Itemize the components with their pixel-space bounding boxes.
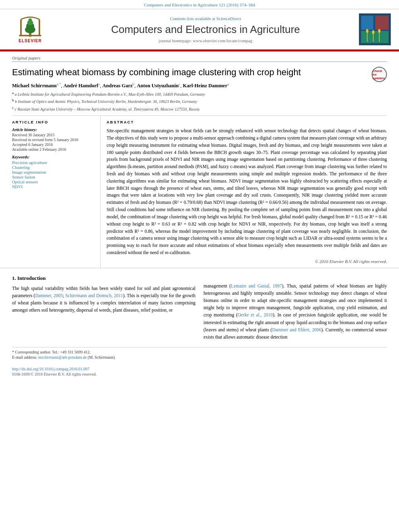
affil-c: c c Russian State Agrarian University – … — [12, 105, 387, 112]
top-bar: Computers and Electronics in Agriculture… — [0, 0, 399, 9]
email-note: E-mail address: mschirrnann@atb-potsdam.… — [12, 355, 387, 359]
authors-line: Michael Schirrmanna,*, André Hamdorfa, A… — [12, 82, 387, 89]
ref-lemaire[interactable]: Lemaire and Gastal, 1997 — [231, 283, 282, 288]
elsevier-wordmark: ELSEVIER — [19, 39, 41, 43]
email-link[interactable]: mschirrnann@atb-potsdam.de — [38, 355, 87, 359]
abstract-col: ABSTRACT Site-specific management strate… — [101, 116, 387, 268]
history-received: Received 30 January 2015 — [12, 133, 94, 137]
issn-notice: 0168-1699/© 2016 Elsevier B.V. All right… — [12, 372, 387, 376]
svg-rect-5 — [20, 19, 22, 36]
svg-rect-11 — [375, 16, 389, 30]
ref-dammer-ehlert[interactable]: Dammer and Ehlert, 2006 — [272, 327, 321, 332]
author-andreas: Andreas Garz — [102, 83, 132, 88]
history-accepted: Accepted 6 January 2016 — [12, 142, 94, 147]
svg-rect-10 — [361, 16, 373, 30]
abstract-body: Site-specific management strategies in w… — [107, 127, 387, 257]
keyword-6[interactable]: NDVI — [12, 185, 94, 189]
article-history: Article history: Received 30 January 201… — [12, 127, 94, 152]
copyright-notice: © 2016 Elsevier B.V. All rights reserved… — [107, 259, 387, 264]
corresponding-note: * Corresponding author. Tel.: +49 331 56… — [12, 350, 387, 354]
svg-point-16 — [372, 30, 374, 34]
intro-left-text: The high spatial variability within fiel… — [12, 285, 195, 314]
article-info-abstract: ARTICLE INFO Article history: Received 3… — [12, 115, 387, 268]
keyword-1[interactable]: Precision agriculture — [12, 160, 94, 165]
intro-right-text: management (Lemaire and Gastal, 1997). T… — [204, 282, 387, 341]
article-info-col: ARTICLE INFO Article history: Received 3… — [12, 116, 101, 268]
abstract-text: Site-specific management strategies in w… — [107, 127, 387, 257]
paper-section: Original papers Estimating wheat biomass… — [0, 51, 399, 268]
author-anton: Anton Ustyuzhanin — [137, 83, 179, 88]
history-revised: Received in revised form 5 January 2016 — [12, 138, 94, 142]
main-content: 1. Introduction The high spatial variabi… — [0, 268, 399, 365]
contents-label: Contents lists available at — [170, 16, 215, 21]
journal-header: ELSEVIER Contents lists available at Sci… — [0, 9, 399, 50]
section-label: Original papers — [12, 55, 387, 62]
author-karl: Karl-Heinz Dammer — [183, 83, 227, 88]
svg-point-18 — [378, 29, 380, 33]
keywords-section: Keywords: Precision agriculture Clusteri… — [12, 155, 94, 189]
svg-rect-7 — [19, 35, 41, 37]
ref-schirrmann[interactable]: Schirrmann and Domsch, 2011 — [65, 293, 123, 298]
affiliations: a a Leibniz Institute for Agricultural E… — [12, 90, 387, 112]
svg-rect-12 — [361, 31, 389, 43]
keywords-title: Keywords: — [12, 155, 94, 159]
svg-point-4 — [28, 18, 32, 22]
sciencedirect-link[interactable]: ScienceDirect — [216, 16, 241, 21]
history-online: Available online 2 February 2016 — [12, 147, 94, 152]
ref-dammer[interactable]: Dammer, 2005 — [35, 293, 63, 298]
author-michael: Michael Schirrmann — [12, 83, 57, 88]
intro-header: 1. Introduction — [12, 274, 195, 282]
keyword-5[interactable]: Optical sensors — [12, 180, 94, 184]
svg-rect-6 — [39, 19, 40, 36]
body-right-col: management (Lemaire and Gastal, 1997). T… — [204, 274, 387, 343]
svg-point-14 — [366, 29, 368, 33]
abstract-header: ABSTRACT — [107, 120, 387, 124]
doi-link[interactable]: http://dx.doi.org/10.1016/j.compag.2016.… — [12, 367, 387, 371]
paper-title: Estimating wheat biomass by combining im… — [12, 67, 368, 78]
affil-a: a a Leibniz Institute for Agricultural E… — [12, 90, 387, 97]
journal-thumbnail — [359, 13, 391, 45]
article-info-header: ARTICLE INFO — [12, 120, 94, 124]
keyword-4[interactable]: Sensor fusion — [12, 175, 94, 179]
keyword-3[interactable]: Image segmentation — [12, 170, 94, 175]
page-footer: http://dx.doi.org/10.1016/j.compag.2016.… — [0, 365, 399, 378]
author-andre: André Hamdorf — [64, 83, 98, 88]
elsevier-logo: ELSEVIER — [8, 16, 52, 43]
crossmark-badge: Check for updates — [372, 67, 387, 82]
journal-homepage: journal homepage: www.elsevier.com/locat… — [60, 38, 351, 43]
body-two-col: 1. Introduction The high spatial variabi… — [12, 274, 387, 343]
journal-citation: Computers and Electronics in Agriculture… — [144, 2, 255, 7]
sciencedirect-line: Contents lists available at ScienceDirec… — [60, 16, 351, 21]
journal-center: Contents lists available at ScienceDirec… — [52, 16, 359, 43]
body-left-col: 1. Introduction The high spatial variabi… — [12, 274, 195, 343]
ref-oerke[interactable]: Oerke et al., 2010 — [238, 312, 273, 317]
history-title: Article history: — [12, 127, 94, 132]
footnote-section: * Corresponding author. Tel.: +49 331 56… — [12, 347, 387, 359]
keyword-2[interactable]: Clustering — [12, 165, 94, 170]
affil-b: b b Institute of Optics and Atomic Physi… — [12, 98, 387, 105]
journal-title: Computers and Electronics in Agriculture — [60, 23, 351, 36]
elsevier-tree-icon — [16, 16, 44, 38]
